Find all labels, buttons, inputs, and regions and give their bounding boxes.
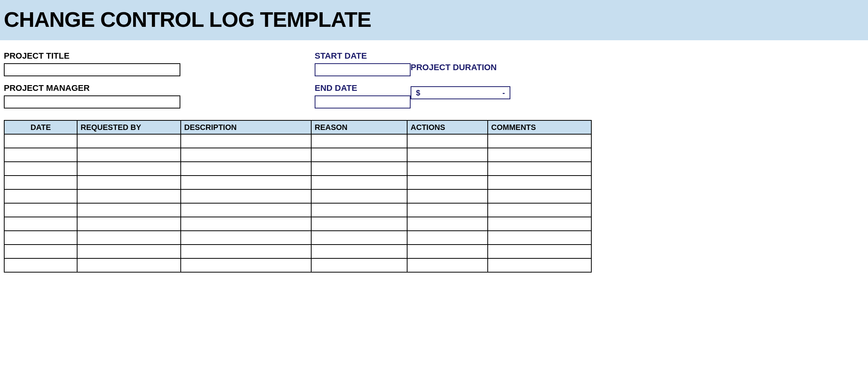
cell-date[interactable] — [4, 231, 77, 245]
dates-column: START DATE END DATE — [315, 51, 411, 108]
cell-reason[interactable] — [311, 231, 407, 245]
cell-description[interactable] — [181, 203, 311, 217]
cell-reason[interactable] — [311, 189, 407, 203]
cell-reason[interactable] — [311, 148, 407, 162]
cell-description[interactable] — [181, 189, 311, 203]
start-date-label: START DATE — [315, 51, 411, 61]
end-date-label: END DATE — [315, 83, 411, 93]
table-row — [4, 134, 591, 148]
cell-comments[interactable] — [488, 258, 591, 272]
cell-date[interactable] — [4, 245, 77, 258]
table-row — [4, 258, 591, 272]
cell-comments[interactable] — [488, 245, 591, 258]
cell-requested-by[interactable] — [77, 231, 181, 245]
project-manager-label: PROJECT MANAGER — [4, 83, 184, 93]
title-banner: CHANGE CONTROL LOG TEMPLATE — [0, 0, 868, 40]
cell-actions[interactable] — [407, 217, 488, 231]
cell-requested-by[interactable] — [77, 162, 181, 176]
cell-actions[interactable] — [407, 189, 488, 203]
cell-description[interactable] — [181, 245, 311, 258]
cell-description[interactable] — [181, 148, 311, 162]
cell-reason[interactable] — [311, 134, 407, 148]
duration-value: - — [502, 89, 505, 97]
cell-description[interactable] — [181, 258, 311, 272]
header-description: DESCRIPTION — [181, 120, 311, 134]
cell-actions[interactable] — [407, 258, 488, 272]
cell-date[interactable] — [4, 176, 77, 189]
cell-reason[interactable] — [311, 217, 407, 231]
cell-requested-by[interactable] — [77, 189, 181, 203]
table-body — [4, 134, 591, 272]
cell-requested-by[interactable] — [77, 176, 181, 189]
table-row — [4, 162, 591, 176]
cell-actions[interactable] — [407, 203, 488, 217]
table-row — [4, 245, 591, 258]
duration-currency: $ — [416, 89, 420, 97]
table-row — [4, 217, 591, 231]
cell-date[interactable] — [4, 148, 77, 162]
change-log-table: DATE REQUESTED BY DESCRIPTION REASON ACT… — [4, 120, 592, 273]
header-reason: REASON — [311, 120, 407, 134]
cell-requested-by[interactable] — [77, 217, 181, 231]
cell-requested-by[interactable] — [77, 148, 181, 162]
cell-date[interactable] — [4, 162, 77, 176]
cell-requested-by[interactable] — [77, 134, 181, 148]
cell-actions[interactable] — [407, 162, 488, 176]
cell-description[interactable] — [181, 217, 311, 231]
cell-description[interactable] — [181, 134, 311, 148]
project-title-label: PROJECT TITLE — [4, 51, 184, 61]
cell-comments[interactable] — [488, 189, 591, 203]
project-manager-input[interactable] — [4, 95, 180, 108]
cell-description[interactable] — [181, 231, 311, 245]
project-duration-input[interactable]: $ - — [411, 86, 510, 99]
table-row — [4, 176, 591, 189]
cell-reason[interactable] — [311, 258, 407, 272]
cell-comments[interactable] — [488, 203, 591, 217]
header-date: DATE — [4, 120, 77, 134]
cell-requested-by[interactable] — [77, 258, 181, 272]
cell-actions[interactable] — [407, 176, 488, 189]
header-comments: COMMENTS — [488, 120, 591, 134]
cell-comments[interactable] — [488, 148, 591, 162]
project-duration-label: PROJECT DURATION — [411, 62, 587, 72]
duration-column: PROJECT DURATION $ - — [411, 51, 587, 99]
table-row — [4, 189, 591, 203]
table-row — [4, 148, 591, 162]
header-requested-by: REQUESTED BY — [77, 120, 181, 134]
cell-date[interactable] — [4, 134, 77, 148]
cell-date[interactable] — [4, 189, 77, 203]
cell-actions[interactable] — [407, 245, 488, 258]
cell-comments[interactable] — [488, 162, 591, 176]
cell-requested-by[interactable] — [77, 203, 181, 217]
cell-requested-by[interactable] — [77, 245, 181, 258]
cell-description[interactable] — [181, 176, 311, 189]
header-actions: ACTIONS — [407, 120, 488, 134]
project-column: PROJECT TITLE PROJECT MANAGER — [4, 51, 184, 108]
cell-reason[interactable] — [311, 162, 407, 176]
cell-actions[interactable] — [407, 134, 488, 148]
cell-reason[interactable] — [311, 245, 407, 258]
cell-actions[interactable] — [407, 148, 488, 162]
cell-date[interactable] — [4, 203, 77, 217]
cell-comments[interactable] — [488, 134, 591, 148]
cell-comments[interactable] — [488, 176, 591, 189]
page-root: CHANGE CONTROL LOG TEMPLATE PROJECT TITL… — [0, 0, 868, 273]
end-date-input[interactable] — [315, 95, 411, 108]
cell-comments[interactable] — [488, 217, 591, 231]
start-date-input[interactable] — [315, 63, 411, 76]
table-header-row: DATE REQUESTED BY DESCRIPTION REASON ACT… — [4, 120, 591, 134]
project-meta: PROJECT TITLE PROJECT MANAGER START DATE… — [0, 40, 868, 120]
cell-actions[interactable] — [407, 231, 488, 245]
page-title: CHANGE CONTROL LOG TEMPLATE — [4, 7, 864, 32]
cell-reason[interactable] — [311, 176, 407, 189]
cell-reason[interactable] — [311, 203, 407, 217]
table-row — [4, 231, 591, 245]
cell-date[interactable] — [4, 217, 77, 231]
cell-date[interactable] — [4, 258, 77, 272]
table-row — [4, 203, 591, 217]
project-title-input[interactable] — [4, 63, 180, 76]
cell-description[interactable] — [181, 162, 311, 176]
cell-comments[interactable] — [488, 231, 591, 245]
